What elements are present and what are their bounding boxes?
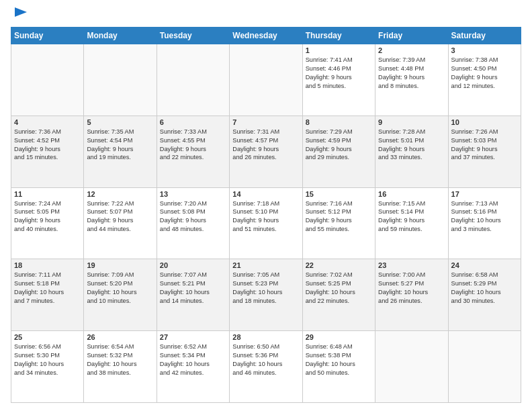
day-number: 24 (451, 261, 518, 269)
day-number: 16 (378, 190, 445, 198)
day-number: 27 (160, 333, 226, 341)
calendar-cell: 13Sunrise: 7:20 AMSunset: 5:08 PMDayligh… (157, 187, 229, 259)
page: SundayMondayTuesdayWednesdayThursdayFrid… (0, 0, 532, 411)
cell-info: Sunrise: 7:16 AMSunset: 5:12 PMDaylight:… (306, 199, 372, 234)
cell-info: Sunrise: 7:29 AMSunset: 4:59 PMDaylight:… (306, 128, 372, 163)
cell-info: Sunrise: 7:02 AMSunset: 5:25 PMDaylight:… (306, 271, 372, 306)
calendar-table: SundayMondayTuesdayWednesdayThursdayFrid… (11, 27, 521, 403)
calendar-cell: 23Sunrise: 7:00 AMSunset: 5:27 PMDayligh… (375, 259, 448, 331)
day-number: 4 (14, 118, 81, 126)
calendar-cell: 14Sunrise: 7:18 AMSunset: 5:10 PMDayligh… (230, 187, 302, 259)
weekday-header-wednesday: Wednesday (230, 28, 302, 44)
calendar-cell: 21Sunrise: 7:05 AMSunset: 5:23 PMDayligh… (230, 259, 302, 331)
cell-info: Sunrise: 7:28 AMSunset: 5:01 PMDaylight:… (378, 128, 445, 163)
calendar-cell (11, 44, 84, 116)
calendar-cell: 16Sunrise: 7:15 AMSunset: 5:14 PMDayligh… (375, 187, 448, 259)
cell-info: Sunrise: 7:31 AMSunset: 4:57 PMDaylight:… (232, 128, 299, 163)
calendar-cell: 11Sunrise: 7:24 AMSunset: 5:05 PMDayligh… (11, 187, 84, 259)
calendar-cell: 9Sunrise: 7:28 AMSunset: 5:01 PMDaylight… (375, 116, 448, 187)
calendar-cell (375, 331, 448, 403)
cell-info: Sunrise: 7:39 AMSunset: 4:48 PMDaylight:… (378, 56, 445, 91)
calendar-cell (84, 44, 157, 116)
cell-info: Sunrise: 7:20 AMSunset: 5:08 PMDaylight:… (160, 199, 226, 234)
day-number: 13 (160, 190, 226, 198)
day-number: 9 (378, 118, 445, 126)
calendar-cell: 20Sunrise: 7:07 AMSunset: 5:21 PMDayligh… (157, 259, 229, 331)
weekday-header-saturday: Saturday (448, 28, 521, 44)
day-number: 3 (451, 46, 518, 54)
calendar-cell: 27Sunrise: 6:52 AMSunset: 5:34 PMDayligh… (157, 331, 229, 403)
day-number: 10 (451, 118, 518, 126)
calendar-row-1: 4Sunrise: 7:36 AMSunset: 4:52 PMDaylight… (11, 116, 521, 187)
calendar-cell: 10Sunrise: 7:26 AMSunset: 5:03 PMDayligh… (448, 116, 521, 187)
day-number: 17 (451, 190, 518, 198)
calendar-row-3: 18Sunrise: 7:11 AMSunset: 5:18 PMDayligh… (11, 259, 521, 331)
calendar-row-2: 11Sunrise: 7:24 AMSunset: 5:05 PMDayligh… (11, 187, 521, 259)
logo-icon (13, 5, 28, 19)
cell-info: Sunrise: 6:52 AMSunset: 5:34 PMDaylight:… (160, 342, 226, 377)
cell-info: Sunrise: 7:26 AMSunset: 5:03 PMDaylight:… (451, 128, 518, 163)
day-number: 22 (306, 261, 372, 269)
cell-info: Sunrise: 6:54 AMSunset: 5:32 PMDaylight:… (87, 342, 153, 377)
day-number: 11 (14, 190, 81, 198)
calendar-cell: 6Sunrise: 7:33 AMSunset: 4:55 PMDaylight… (157, 116, 229, 187)
calendar-cell: 15Sunrise: 7:16 AMSunset: 5:12 PMDayligh… (302, 187, 375, 259)
calendar-cell: 29Sunrise: 6:48 AMSunset: 5:38 PMDayligh… (302, 331, 375, 403)
calendar-cell (448, 331, 521, 403)
calendar-cell: 25Sunrise: 6:56 AMSunset: 5:30 PMDayligh… (11, 331, 84, 403)
calendar-cell: 2Sunrise: 7:39 AMSunset: 4:48 PMDaylight… (375, 44, 448, 116)
cell-info: Sunrise: 7:05 AMSunset: 5:23 PMDaylight:… (232, 271, 299, 306)
day-number: 21 (232, 261, 299, 269)
day-number: 26 (87, 333, 153, 341)
cell-info: Sunrise: 7:09 AMSunset: 5:20 PMDaylight:… (87, 271, 153, 306)
day-number: 18 (14, 261, 81, 269)
cell-info: Sunrise: 7:13 AMSunset: 5:16 PMDaylight:… (451, 199, 518, 234)
calendar-cell: 3Sunrise: 7:38 AMSunset: 4:50 PMDaylight… (448, 44, 521, 116)
day-number: 5 (87, 118, 153, 126)
cell-info: Sunrise: 7:38 AMSunset: 4:50 PMDaylight:… (451, 56, 518, 91)
header (11, 8, 521, 23)
calendar-cell: 17Sunrise: 7:13 AMSunset: 5:16 PMDayligh… (448, 187, 521, 259)
cell-info: Sunrise: 7:00 AMSunset: 5:27 PMDaylight:… (378, 271, 445, 306)
calendar-cell (157, 44, 229, 116)
cell-info: Sunrise: 6:50 AMSunset: 5:36 PMDaylight:… (232, 342, 299, 377)
day-number: 8 (306, 118, 372, 126)
calendar-cell (230, 44, 302, 116)
calendar-cell: 22Sunrise: 7:02 AMSunset: 5:25 PMDayligh… (302, 259, 375, 331)
cell-info: Sunrise: 7:33 AMSunset: 4:55 PMDaylight:… (160, 128, 226, 163)
calendar-cell: 19Sunrise: 7:09 AMSunset: 5:20 PMDayligh… (84, 259, 157, 331)
calendar-cell: 7Sunrise: 7:31 AMSunset: 4:57 PMDaylight… (230, 116, 302, 187)
day-number: 20 (160, 261, 226, 269)
cell-info: Sunrise: 7:22 AMSunset: 5:07 PMDaylight:… (87, 199, 153, 234)
calendar-cell: 12Sunrise: 7:22 AMSunset: 5:07 PMDayligh… (84, 187, 157, 259)
day-number: 14 (232, 190, 299, 198)
day-number: 23 (378, 261, 445, 269)
calendar-cell: 26Sunrise: 6:54 AMSunset: 5:32 PMDayligh… (84, 331, 157, 403)
day-number: 12 (87, 190, 153, 198)
cell-info: Sunrise: 7:11 AMSunset: 5:18 PMDaylight:… (14, 271, 81, 306)
svg-marker-0 (15, 7, 27, 17)
calendar-cell: 28Sunrise: 6:50 AMSunset: 5:36 PMDayligh… (230, 331, 302, 403)
cell-info: Sunrise: 7:15 AMSunset: 5:14 PMDaylight:… (378, 199, 445, 234)
calendar-cell: 18Sunrise: 7:11 AMSunset: 5:18 PMDayligh… (11, 259, 84, 331)
cell-info: Sunrise: 7:07 AMSunset: 5:21 PMDaylight:… (160, 271, 226, 306)
day-number: 7 (232, 118, 299, 126)
calendar-row-4: 25Sunrise: 6:56 AMSunset: 5:30 PMDayligh… (11, 331, 521, 403)
cell-info: Sunrise: 6:56 AMSunset: 5:30 PMDaylight:… (14, 342, 81, 377)
day-number: 1 (306, 46, 372, 54)
calendar-cell: 5Sunrise: 7:35 AMSunset: 4:54 PMDaylight… (84, 116, 157, 187)
logo (11, 11, 28, 23)
cell-info: Sunrise: 7:35 AMSunset: 4:54 PMDaylight:… (87, 128, 153, 163)
cell-info: Sunrise: 7:24 AMSunset: 5:05 PMDaylight:… (14, 199, 81, 234)
day-number: 25 (14, 333, 81, 341)
day-number: 2 (378, 46, 445, 54)
cell-info: Sunrise: 7:36 AMSunset: 4:52 PMDaylight:… (14, 128, 81, 163)
day-number: 19 (87, 261, 153, 269)
weekday-header-tuesday: Tuesday (157, 28, 229, 44)
calendar-cell: 24Sunrise: 6:58 AMSunset: 5:29 PMDayligh… (448, 259, 521, 331)
day-number: 15 (306, 190, 372, 198)
cell-info: Sunrise: 6:58 AMSunset: 5:29 PMDaylight:… (451, 271, 518, 306)
day-number: 28 (232, 333, 299, 341)
calendar-row-0: 1Sunrise: 7:41 AMSunset: 4:46 PMDaylight… (11, 44, 521, 116)
calendar-cell: 8Sunrise: 7:29 AMSunset: 4:59 PMDaylight… (302, 116, 375, 187)
